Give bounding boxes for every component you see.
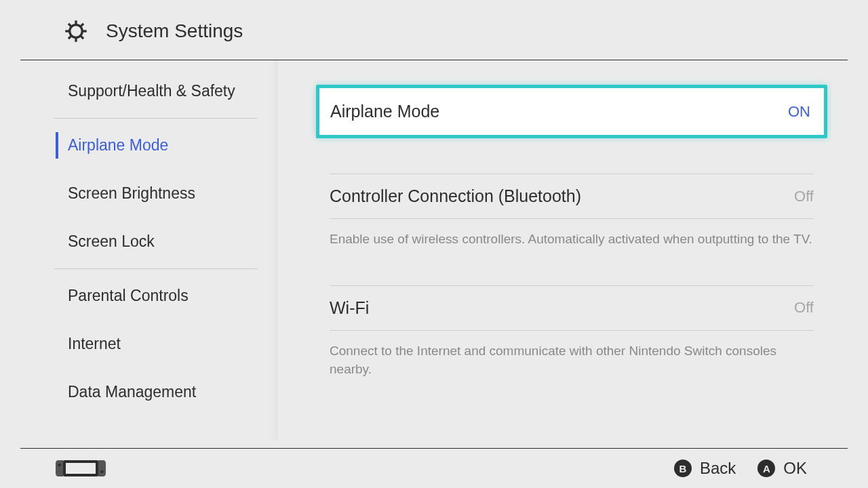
content: Support/Health & Safety Airplane Mode Sc…	[0, 60, 868, 440]
sidebar-item-data-management[interactable]: Data Management	[0, 368, 278, 416]
setting-label: Controller Connection (Bluetooth)	[330, 186, 581, 206]
footer-action-label: OK	[783, 459, 807, 478]
svg-point-12	[100, 470, 103, 473]
sidebar-item-screen-brightness[interactable]: Screen Brightness	[0, 169, 278, 218]
svg-line-5	[68, 24, 71, 26]
sidebar-item-airplane-mode[interactable]: Airplane Mode	[0, 121, 278, 169]
sidebar-item-label: Data Management	[68, 383, 196, 401]
sidebar-item-label: Internet	[68, 335, 121, 352]
footer: B Back A OK	[20, 448, 848, 488]
sidebar-item-label: Support/Health & Safety	[68, 82, 235, 100]
footer-ok-action[interactable]: A OK	[757, 459, 807, 478]
setting-label: Wi-Fi	[330, 298, 369, 318]
sidebar-divider	[54, 118, 258, 119]
main-panel: Airplane Mode ON Controller Connection (…	[278, 60, 868, 440]
setting-value: ON	[788, 103, 810, 121]
svg-line-7	[68, 36, 71, 39]
sidebar-item-screen-lock[interactable]: Screen Lock	[0, 218, 278, 266]
setting-bluetooth: Controller Connection (Bluetooth) Off En…	[316, 174, 827, 249]
svg-line-6	[81, 36, 83, 39]
b-button-icon: B	[674, 460, 692, 477]
console-icon	[56, 458, 106, 479]
setting-airplane-mode-toggle[interactable]: Airplane Mode ON	[316, 85, 827, 138]
setting-description: Enable use of wireless controllers. Auto…	[330, 219, 814, 249]
sidebar-item-label: Screen Lock	[68, 232, 155, 250]
sidebar: Support/Health & Safety Airplane Mode Sc…	[0, 60, 278, 440]
svg-point-0	[70, 25, 83, 38]
setting-label: Airplane Mode	[330, 102, 439, 121]
footer-back-action[interactable]: B Back	[674, 459, 736, 478]
sidebar-item-label: Airplane Mode	[68, 136, 168, 154]
header: System Settings	[20, 0, 848, 60]
setting-wifi-toggle[interactable]: Wi-Fi Off	[330, 285, 814, 331]
svg-point-11	[58, 464, 60, 466]
sidebar-item-parental-controls[interactable]: Parental Controls	[0, 272, 278, 320]
sidebar-item-label: Screen Brightness	[68, 184, 195, 202]
setting-bluetooth-toggle[interactable]: Controller Connection (Bluetooth) Off	[330, 174, 814, 219]
footer-action-label: Back	[700, 459, 736, 478]
sidebar-item-support[interactable]: Support/Health & Safety	[0, 67, 278, 115]
gear-icon	[64, 19, 88, 43]
setting-value: Off	[794, 188, 814, 205]
sidebar-item-internet[interactable]: Internet	[0, 320, 278, 368]
a-button-icon: A	[757, 460, 775, 477]
sidebar-divider	[54, 268, 258, 269]
svg-rect-10	[66, 463, 96, 474]
setting-value: Off	[794, 299, 814, 317]
svg-line-8	[81, 24, 83, 26]
setting-description: Connect to the Internet and communicate …	[330, 331, 814, 379]
setting-wifi: Wi-Fi Off Connect to the Internet and co…	[316, 285, 827, 379]
page-title: System Settings	[106, 20, 243, 42]
sidebar-item-label: Parental Controls	[68, 287, 189, 304]
